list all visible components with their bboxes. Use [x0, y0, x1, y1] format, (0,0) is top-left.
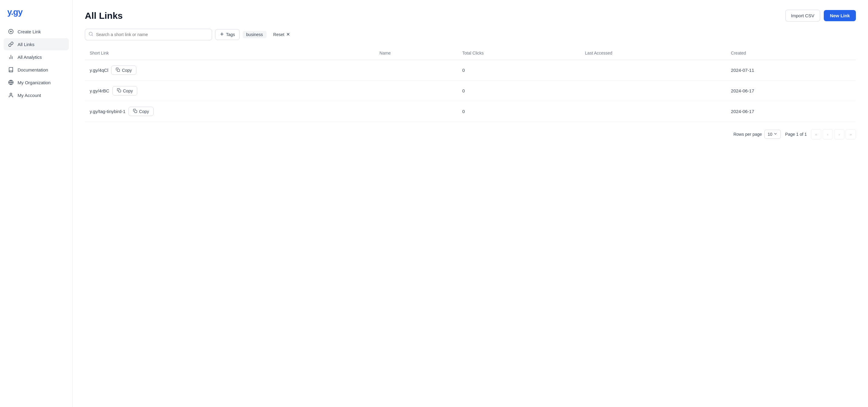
name-cell: [375, 60, 458, 81]
table-row: y.gy/4rBC Copy 0 2024-06-17: [85, 81, 856, 101]
copy-icon: [117, 88, 121, 93]
col-created: Created: [726, 46, 856, 60]
sidebar-item-label: All Analytics: [18, 55, 42, 60]
short-link-cell: y.gy/4qCl Copy: [85, 60, 375, 81]
sidebar-item-all-analytics[interactable]: All Analytics: [4, 51, 69, 63]
table-row: y.gy/tag-tinybird-1 Copy 0 2024-06-17: [85, 101, 856, 122]
nav-menu: Create Link All Links All Analytics: [0, 26, 72, 101]
short-link-text: y.gy/4rBC: [90, 88, 110, 93]
book-icon: [8, 67, 14, 73]
reset-label: Reset: [273, 32, 284, 37]
copy-button[interactable]: Copy: [111, 65, 136, 75]
copy-label: Copy: [123, 89, 133, 93]
sidebar-item-all-links[interactable]: All Links: [4, 38, 69, 50]
app-logo: y.gy: [7, 7, 65, 17]
rows-per-page-label: Rows per page: [734, 132, 762, 137]
search-icon: [89, 32, 93, 38]
rows-per-page-select[interactable]: 10: [764, 130, 781, 139]
tags-label: Tags: [226, 32, 235, 37]
name-cell: [375, 81, 458, 101]
tags-button[interactable]: Tags: [215, 29, 240, 40]
next-page-button[interactable]: ›: [834, 129, 844, 139]
prev-page-icon: ‹: [827, 132, 828, 137]
svg-line-10: [92, 35, 93, 36]
last-accessed-cell: [580, 101, 726, 122]
created-cell: 2024-07-11: [726, 60, 856, 81]
pagination: Rows per page 10 Page 1 of 1 « ‹ ›: [73, 122, 868, 147]
sidebar-item-label: Create Link: [18, 29, 41, 34]
col-total-clicks: Total Clicks: [458, 46, 580, 60]
copy-button[interactable]: Copy: [113, 86, 137, 95]
svg-rect-15: [118, 69, 120, 71]
rows-per-page-value: 10: [768, 132, 773, 137]
search-input[interactable]: [85, 29, 212, 40]
link-icon: [8, 41, 14, 47]
globe-icon: [8, 80, 14, 86]
prev-page-button[interactable]: ‹: [823, 129, 833, 139]
sidebar-item-label: Documentation: [18, 67, 48, 72]
toolbar: Tags business Reset: [73, 29, 868, 46]
sidebar-item-my-account[interactable]: My Account: [4, 89, 69, 101]
reset-button[interactable]: Reset: [270, 30, 294, 40]
chevron-down-icon: [773, 132, 777, 137]
total-clicks-cell: 0: [458, 101, 580, 122]
last-accessed-cell: [580, 81, 726, 101]
total-clicks-cell: 0: [458, 60, 580, 81]
short-link-cell: y.gy/tag-tinybird-1 Copy: [85, 101, 375, 122]
sidebar-item-label: My Organization: [18, 80, 51, 85]
new-link-button[interactable]: New Link: [824, 10, 856, 21]
col-short-link: Short Link: [85, 46, 375, 60]
header-actions: Import CSV New Link: [785, 10, 856, 22]
first-page-icon: «: [815, 132, 817, 137]
main-header: All Links Import CSV New Link: [73, 0, 868, 29]
sidebar: y.gy Create Link All Links: [0, 0, 73, 407]
main-content: All Links Import CSV New Link Tags busin…: [73, 0, 868, 407]
user-icon: [8, 92, 14, 98]
page-buttons: « ‹ › »: [811, 129, 856, 139]
sidebar-item-my-organization[interactable]: My Organization: [4, 76, 69, 89]
table-row: y.gy/4qCl Copy 0 2024-07-11: [85, 60, 856, 81]
svg-rect-16: [119, 90, 121, 92]
table-wrap: Short Link Name Total Clicks Last Access…: [73, 46, 868, 122]
col-last-accessed: Last Accessed: [580, 46, 726, 60]
short-link-text: y.gy/tag-tinybird-1: [90, 109, 125, 114]
next-page-icon: ›: [839, 132, 840, 137]
short-link-cell: y.gy/4rBC Copy: [85, 81, 375, 101]
created-cell: 2024-06-17: [726, 81, 856, 101]
sidebar-item-label: My Account: [18, 93, 41, 98]
plus-circle-icon: [8, 29, 14, 35]
created-cell: 2024-06-17: [726, 101, 856, 122]
plus-icon: [220, 32, 224, 37]
search-wrap: [85, 29, 212, 40]
active-tag-badge: business: [243, 31, 267, 38]
last-page-icon: »: [849, 132, 851, 137]
copy-label: Copy: [139, 109, 149, 114]
svg-point-8: [10, 93, 12, 95]
last-page-button[interactable]: »: [845, 129, 856, 139]
page-info: Page 1 of 1: [785, 132, 807, 137]
rows-per-page: Rows per page 10: [734, 130, 781, 139]
logo-area: y.gy: [0, 0, 72, 26]
import-csv-button[interactable]: Import CSV: [785, 10, 820, 22]
bar-chart-icon: [8, 54, 14, 60]
total-clicks-cell: 0: [458, 81, 580, 101]
page-title: All Links: [85, 10, 123, 21]
close-icon: [286, 32, 290, 37]
links-table: Short Link Name Total Clicks Last Access…: [85, 46, 856, 122]
name-cell: [375, 101, 458, 122]
short-link-text: y.gy/4qCl: [90, 68, 108, 73]
copy-label: Copy: [122, 68, 132, 73]
sidebar-item-create-link[interactable]: Create Link: [4, 26, 69, 38]
copy-icon: [116, 68, 120, 73]
svg-rect-17: [134, 110, 137, 113]
sidebar-item-documentation[interactable]: Documentation: [4, 64, 69, 76]
col-name: Name: [375, 46, 458, 60]
last-accessed-cell: [580, 60, 726, 81]
sidebar-item-label: All Links: [18, 42, 35, 47]
copy-button[interactable]: Copy: [128, 107, 154, 116]
first-page-button[interactable]: «: [811, 129, 822, 139]
copy-icon: [133, 109, 137, 114]
